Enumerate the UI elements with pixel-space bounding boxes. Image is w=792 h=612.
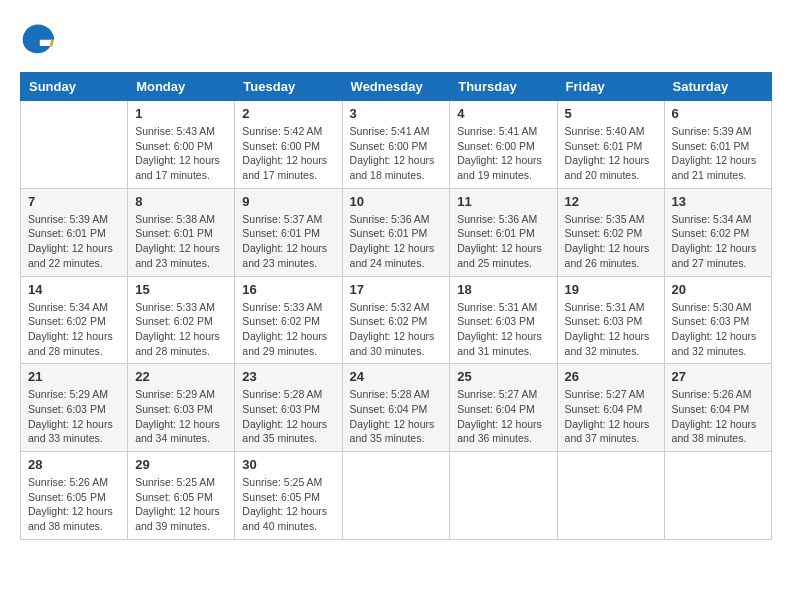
weekday-header-tuesday: Tuesday: [235, 73, 342, 101]
day-number: 5: [565, 106, 657, 121]
day-number: 30: [242, 457, 334, 472]
day-number: 26: [565, 369, 657, 384]
day-number: 7: [28, 194, 120, 209]
weekday-header-friday: Friday: [557, 73, 664, 101]
calendar-cell: 2Sunrise: 5:42 AM Sunset: 6:00 PM Daylig…: [235, 101, 342, 189]
day-info: Sunrise: 5:34 AM Sunset: 6:02 PM Dayligh…: [672, 212, 764, 271]
calendar-cell: 21Sunrise: 5:29 AM Sunset: 6:03 PM Dayli…: [21, 364, 128, 452]
calendar-cell: [450, 452, 557, 540]
week-row-3: 14Sunrise: 5:34 AM Sunset: 6:02 PM Dayli…: [21, 276, 772, 364]
calendar-cell: 27Sunrise: 5:26 AM Sunset: 6:04 PM Dayli…: [664, 364, 771, 452]
week-row-4: 21Sunrise: 5:29 AM Sunset: 6:03 PM Dayli…: [21, 364, 772, 452]
day-number: 20: [672, 282, 764, 297]
calendar-cell: 24Sunrise: 5:28 AM Sunset: 6:04 PM Dayli…: [342, 364, 450, 452]
calendar-cell: 5Sunrise: 5:40 AM Sunset: 6:01 PM Daylig…: [557, 101, 664, 189]
calendar-cell: [342, 452, 450, 540]
calendar-cell: 3Sunrise: 5:41 AM Sunset: 6:00 PM Daylig…: [342, 101, 450, 189]
day-info: Sunrise: 5:26 AM Sunset: 6:05 PM Dayligh…: [28, 475, 120, 534]
day-number: 24: [350, 369, 443, 384]
logo: [20, 20, 60, 56]
calendar-cell: 11Sunrise: 5:36 AM Sunset: 6:01 PM Dayli…: [450, 188, 557, 276]
day-number: 1: [135, 106, 227, 121]
day-number: 15: [135, 282, 227, 297]
calendar-cell: [21, 101, 128, 189]
day-info: Sunrise: 5:33 AM Sunset: 6:02 PM Dayligh…: [135, 300, 227, 359]
calendar-cell: 20Sunrise: 5:30 AM Sunset: 6:03 PM Dayli…: [664, 276, 771, 364]
day-number: 18: [457, 282, 549, 297]
day-info: Sunrise: 5:40 AM Sunset: 6:01 PM Dayligh…: [565, 124, 657, 183]
calendar-cell: 9Sunrise: 5:37 AM Sunset: 6:01 PM Daylig…: [235, 188, 342, 276]
calendar-cell: 28Sunrise: 5:26 AM Sunset: 6:05 PM Dayli…: [21, 452, 128, 540]
day-info: Sunrise: 5:39 AM Sunset: 6:01 PM Dayligh…: [28, 212, 120, 271]
day-number: 29: [135, 457, 227, 472]
day-number: 11: [457, 194, 549, 209]
day-info: Sunrise: 5:28 AM Sunset: 6:04 PM Dayligh…: [350, 387, 443, 446]
weekday-header-saturday: Saturday: [664, 73, 771, 101]
day-number: 13: [672, 194, 764, 209]
weekday-header-thursday: Thursday: [450, 73, 557, 101]
day-info: Sunrise: 5:33 AM Sunset: 6:02 PM Dayligh…: [242, 300, 334, 359]
calendar-cell: 1Sunrise: 5:43 AM Sunset: 6:00 PM Daylig…: [128, 101, 235, 189]
day-info: Sunrise: 5:42 AM Sunset: 6:00 PM Dayligh…: [242, 124, 334, 183]
day-number: 25: [457, 369, 549, 384]
day-info: Sunrise: 5:29 AM Sunset: 6:03 PM Dayligh…: [28, 387, 120, 446]
day-number: 14: [28, 282, 120, 297]
logo-icon: [20, 20, 56, 56]
day-number: 17: [350, 282, 443, 297]
day-info: Sunrise: 5:32 AM Sunset: 6:02 PM Dayligh…: [350, 300, 443, 359]
day-info: Sunrise: 5:36 AM Sunset: 6:01 PM Dayligh…: [350, 212, 443, 271]
day-number: 2: [242, 106, 334, 121]
day-number: 8: [135, 194, 227, 209]
calendar-table: SundayMondayTuesdayWednesdayThursdayFrid…: [20, 72, 772, 540]
weekday-header-sunday: Sunday: [21, 73, 128, 101]
day-info: Sunrise: 5:27 AM Sunset: 6:04 PM Dayligh…: [457, 387, 549, 446]
day-number: 6: [672, 106, 764, 121]
calendar-cell: 13Sunrise: 5:34 AM Sunset: 6:02 PM Dayli…: [664, 188, 771, 276]
day-number: 27: [672, 369, 764, 384]
calendar-cell: 15Sunrise: 5:33 AM Sunset: 6:02 PM Dayli…: [128, 276, 235, 364]
day-number: 28: [28, 457, 120, 472]
calendar-cell: 30Sunrise: 5:25 AM Sunset: 6:05 PM Dayli…: [235, 452, 342, 540]
calendar-cell: 19Sunrise: 5:31 AM Sunset: 6:03 PM Dayli…: [557, 276, 664, 364]
calendar-cell: 10Sunrise: 5:36 AM Sunset: 6:01 PM Dayli…: [342, 188, 450, 276]
calendar-cell: 4Sunrise: 5:41 AM Sunset: 6:00 PM Daylig…: [450, 101, 557, 189]
day-number: 19: [565, 282, 657, 297]
calendar-cell: 18Sunrise: 5:31 AM Sunset: 6:03 PM Dayli…: [450, 276, 557, 364]
calendar-cell: [664, 452, 771, 540]
day-info: Sunrise: 5:25 AM Sunset: 6:05 PM Dayligh…: [135, 475, 227, 534]
day-number: 16: [242, 282, 334, 297]
day-info: Sunrise: 5:31 AM Sunset: 6:03 PM Dayligh…: [565, 300, 657, 359]
day-info: Sunrise: 5:38 AM Sunset: 6:01 PM Dayligh…: [135, 212, 227, 271]
day-info: Sunrise: 5:26 AM Sunset: 6:04 PM Dayligh…: [672, 387, 764, 446]
calendar-cell: 7Sunrise: 5:39 AM Sunset: 6:01 PM Daylig…: [21, 188, 128, 276]
calendar-cell: 29Sunrise: 5:25 AM Sunset: 6:05 PM Dayli…: [128, 452, 235, 540]
weekday-header-row: SundayMondayTuesdayWednesdayThursdayFrid…: [21, 73, 772, 101]
calendar-cell: 16Sunrise: 5:33 AM Sunset: 6:02 PM Dayli…: [235, 276, 342, 364]
calendar-cell: 26Sunrise: 5:27 AM Sunset: 6:04 PM Dayli…: [557, 364, 664, 452]
day-info: Sunrise: 5:25 AM Sunset: 6:05 PM Dayligh…: [242, 475, 334, 534]
calendar-cell: [557, 452, 664, 540]
week-row-2: 7Sunrise: 5:39 AM Sunset: 6:01 PM Daylig…: [21, 188, 772, 276]
calendar-cell: 22Sunrise: 5:29 AM Sunset: 6:03 PM Dayli…: [128, 364, 235, 452]
day-info: Sunrise: 5:41 AM Sunset: 6:00 PM Dayligh…: [350, 124, 443, 183]
day-info: Sunrise: 5:41 AM Sunset: 6:00 PM Dayligh…: [457, 124, 549, 183]
day-number: 4: [457, 106, 549, 121]
weekday-header-wednesday: Wednesday: [342, 73, 450, 101]
calendar-cell: 23Sunrise: 5:28 AM Sunset: 6:03 PM Dayli…: [235, 364, 342, 452]
calendar-cell: 12Sunrise: 5:35 AM Sunset: 6:02 PM Dayli…: [557, 188, 664, 276]
day-number: 23: [242, 369, 334, 384]
day-info: Sunrise: 5:31 AM Sunset: 6:03 PM Dayligh…: [457, 300, 549, 359]
day-info: Sunrise: 5:28 AM Sunset: 6:03 PM Dayligh…: [242, 387, 334, 446]
calendar-cell: 25Sunrise: 5:27 AM Sunset: 6:04 PM Dayli…: [450, 364, 557, 452]
day-info: Sunrise: 5:34 AM Sunset: 6:02 PM Dayligh…: [28, 300, 120, 359]
day-number: 21: [28, 369, 120, 384]
week-row-1: 1Sunrise: 5:43 AM Sunset: 6:00 PM Daylig…: [21, 101, 772, 189]
calendar-cell: 14Sunrise: 5:34 AM Sunset: 6:02 PM Dayli…: [21, 276, 128, 364]
day-number: 10: [350, 194, 443, 209]
day-info: Sunrise: 5:39 AM Sunset: 6:01 PM Dayligh…: [672, 124, 764, 183]
day-number: 9: [242, 194, 334, 209]
day-info: Sunrise: 5:36 AM Sunset: 6:01 PM Dayligh…: [457, 212, 549, 271]
day-info: Sunrise: 5:37 AM Sunset: 6:01 PM Dayligh…: [242, 212, 334, 271]
day-number: 3: [350, 106, 443, 121]
day-info: Sunrise: 5:43 AM Sunset: 6:00 PM Dayligh…: [135, 124, 227, 183]
